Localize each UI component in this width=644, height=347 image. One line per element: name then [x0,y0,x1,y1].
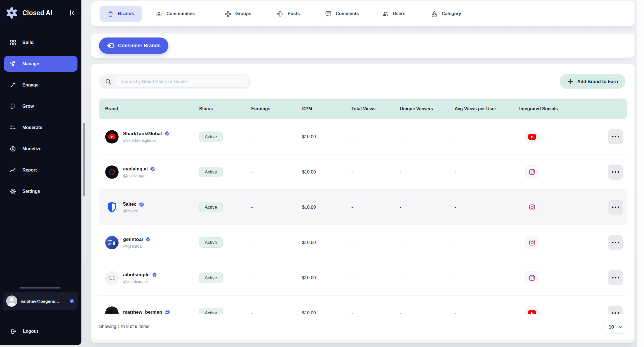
sidebar-resize-handle[interactable] [20,287,60,289]
youtube-icon [525,306,539,314]
build-icon [10,39,16,46]
avg-views-value: - [455,205,519,210]
verified-badge-icon [150,167,155,172]
page-size-select[interactable]: 10 [602,321,630,334]
manage-icon [10,60,16,67]
cpm-value: $10.00 [302,311,351,314]
row-actions-button[interactable] [608,129,623,144]
row-actions-button[interactable] [608,306,623,314]
collapse-sidebar-icon[interactable] [68,9,76,17]
sidebar-item-build[interactable]: Build [4,35,77,50]
table-row: aibutsimple @aibutsimple Active - $10.00… [99,260,627,296]
tab-communities[interactable]: Communities [156,1,195,26]
status-badge: Active [199,167,223,177]
brand-name: SharkTankGlobal [123,131,162,137]
consumer-brands-button[interactable]: Consumer Brands [99,37,168,54]
users-icon [382,10,389,17]
brand-avatar [105,236,119,249]
closed-ai-logo-icon [5,6,18,20]
user-email: vaibhav@begenu... [21,299,69,304]
brands-panel: Add Brand to Earn Brand Status Earnings … [91,64,634,343]
search-input[interactable] [116,76,248,88]
row-actions-button[interactable] [608,165,623,180]
earnings-value: - [251,275,302,280]
sidebar-item-grow[interactable]: Grow [4,99,77,114]
total-views-value: - [351,275,400,280]
avg-views-value: - [455,275,519,280]
tab-category[interactable]: Category [431,1,461,26]
instagram-icon [525,271,539,284]
tab-posts[interactable]: Posts [277,1,300,26]
brand-handle: @getintoai [123,244,151,248]
user-account-card[interactable]: vaibhav@begenu... [3,292,78,310]
cpm-value: $10.00 [302,240,351,245]
sidebar-item-label: Moderate [22,125,42,130]
sidebar-item-label: Grow [22,104,34,109]
table-row: matthew_berman Active - $10.00 - - - [99,296,627,314]
tab-label: Comments [336,11,359,16]
brand-avatar [105,306,119,314]
top-tab-bar: Brands Communities Groups Pos [91,1,634,26]
tab-users[interactable]: Users [382,1,405,26]
instagram-icon [525,201,539,214]
shopping-bag-icon [107,10,114,17]
sidebar-item-label: Engage [22,83,39,88]
total-views-value: - [351,205,400,210]
brand-name: 5aitec [123,201,137,207]
brand-name: matthew_berman [123,310,162,314]
add-brand-button[interactable]: Add Brand to Earn [560,74,626,89]
monetize-icon: $ [10,146,16,152]
table-header: Brand Status Earnings CPM Total Views Un… [99,99,627,119]
unique-viewers-value: - [400,240,455,245]
verified-badge-icon [145,237,151,242]
avg-views-value: - [455,134,519,139]
sidebar-item-label: Build [22,40,34,45]
total-views-value: - [351,170,400,175]
table-row: getintoai @getintoai Active - $10.00 - -… [99,225,627,260]
table-row: 5aitec @5aitec Active - $10.00 - - - [99,190,627,225]
communities-icon [156,10,163,17]
sidebar-item-label: Settings [22,189,40,194]
cpm-value: $10.00 [302,205,351,210]
sidebar-item-monetize[interactable]: $ Monetize [4,141,77,157]
logout-button[interactable]: Logout [4,323,77,339]
pagination-summary: Showing 1 to 9 of 9 items [99,324,149,329]
consumer-brands-label: Consumer Brands [118,43,161,49]
tab-groups[interactable]: Groups [224,1,251,26]
page-scrollbar-track[interactable] [637,0,644,347]
divider [0,316,81,316]
status-badge: Active [199,132,223,142]
sidebar-item-manage[interactable]: Manage [4,56,77,72]
status-badge: Active [199,308,223,314]
svg-text:$: $ [12,147,14,151]
sidebar-item-moderate[interactable]: Moderate [4,120,77,135]
sidebar-item-label: Report [22,168,37,173]
earnings-value: - [251,240,302,245]
sidebar-item-engage[interactable]: Engage [4,77,77,93]
column-header-total-views: Total Views [351,106,400,111]
row-actions-button[interactable] [608,200,623,215]
app-logo-row: Closed AI [5,5,76,21]
search-bar [99,74,251,89]
tab-comments[interactable]: Comments [325,1,359,26]
verified-badge-icon [152,272,157,277]
unique-viewers-value: - [400,275,455,280]
avatar [6,296,17,307]
column-header-brand: Brand [99,106,199,111]
column-header-avg-views: Avg Views per User [455,106,519,111]
brand-avatar [105,165,119,179]
status-badge: Active [199,273,223,283]
tab-brands[interactable]: Brands [100,6,142,22]
column-header-unique-viewers: Unique Viewers [400,106,455,111]
sidebar-item-report[interactable]: Report [4,162,77,178]
brand-name: evolving.ai [123,166,148,172]
tab-label: Communities [166,11,195,16]
filter-bar-card: Consumer Brands [91,34,634,58]
row-actions-button[interactable] [608,235,623,250]
earnings-value: - [251,134,302,139]
column-header-status: Status [199,106,251,111]
sidebar-scrollbar-thumb[interactable] [83,123,85,196]
search-icon [105,78,112,85]
sidebar-item-settings[interactable]: Settings [4,184,77,199]
row-actions-button[interactable] [608,270,623,285]
